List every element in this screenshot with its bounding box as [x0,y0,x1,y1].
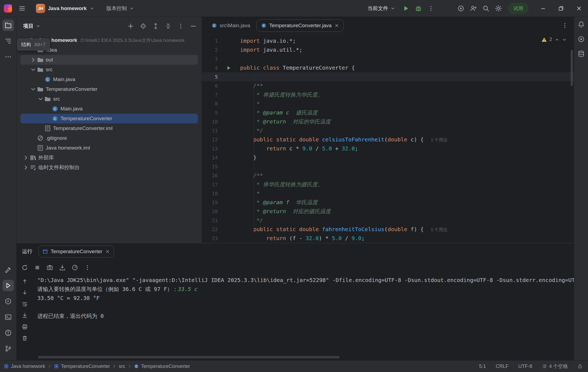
editor-tab-options-button[interactable] [559,19,571,32]
debug-button[interactable] [412,2,425,15]
tree-item[interactable]: out [20,55,198,65]
coverage-button[interactable] [69,262,80,273]
tree-item[interactable]: TemperatureConverter.iml [20,123,198,133]
tree-item[interactable]: CTemperatureConverter [20,114,198,123]
breadcrumb-item[interactable]: src [119,364,125,369]
restore-button[interactable] [552,0,570,17]
close-icon[interactable] [334,23,339,28]
code-line[interactable]: 4public class TemperatureConverter { [202,63,574,72]
build-tool-button[interactable] [2,264,14,275]
scroll-to-end-button[interactable] [20,311,30,320]
editor-tab[interactable]: CTemperatureConverter.java [256,19,344,32]
code-line[interactable]: 10 * @return 对应的华氏温度 [202,117,574,126]
run-tool-button[interactable] [2,280,14,291]
caret-position[interactable]: 5:1 [479,364,486,369]
inspections-widget[interactable]: 2 [541,37,567,42]
notifications-button[interactable] [576,19,587,30]
thread-dump-button[interactable] [44,262,55,273]
code-line[interactable]: 6 /** [202,81,574,90]
breadcrumb-item[interactable]: Java homework [4,364,45,369]
code-line[interactable]: 19 * @param f 华氏温度 [202,198,574,207]
ai-assistant-button[interactable] [455,2,467,15]
export-output-button[interactable] [57,262,68,273]
run-gutter-icon[interactable] [218,63,240,72]
code-line[interactable]: 14 } [202,153,574,162]
clear-console-button[interactable] [20,333,30,343]
tree-item[interactable]: CMain.java [20,75,198,84]
collapse-all-button[interactable] [163,21,173,31]
database-tool-button[interactable] [576,48,587,59]
search-everywhere-button[interactable] [480,2,492,15]
code-line[interactable]: 17 * 将华氏度转换为摄氏度。 [202,180,574,189]
tree-item[interactable]: TemperatureConverter [20,84,198,94]
indent-setting[interactable]: 4 个空格 [542,363,568,370]
more-tool-windows-button[interactable] [2,51,14,63]
locate-file-button[interactable] [138,21,148,31]
close-button[interactable] [570,0,588,17]
chevron-right-icon[interactable] [30,57,36,63]
file-lock[interactable] [578,364,583,369]
hide-panel-button[interactable] [188,21,198,31]
run-config-selector[interactable]: 当前文件 [364,5,399,12]
code-line[interactable]: 2import java.util.*; [202,45,574,54]
code-line[interactable]: 23 return (f - 32.0) * 5.0 / 9.0; [202,234,574,243]
code-line[interactable]: 5 [202,72,574,81]
line-separator[interactable]: CRLF [496,364,509,369]
breadcrumb-item[interactable]: CTemperatureConverter [134,364,190,369]
vcs-selector[interactable]: 版本控制 [103,4,137,13]
editor-tab[interactable]: Csrc\Main.java [207,19,255,32]
console-options-button[interactable] [82,262,93,273]
code-line[interactable]: 12 public static double celsiusToFahrenh… [202,135,574,144]
code-area[interactable]: 1import java.io.*;2import java.util.*;34… [202,36,574,243]
editor-scrollbar[interactable] [571,50,573,86]
structure-tool-button[interactable] [2,35,14,47]
rerun-button[interactable] [19,262,30,273]
soft-wrap-button[interactable] [20,299,30,309]
add-button[interactable] [125,21,136,31]
close-icon[interactable] [105,249,110,254]
code-line[interactable]: 18 * [202,189,574,198]
prev-occurrence-button[interactable] [20,276,30,286]
tree-item[interactable]: 临时文件和控制台 [20,163,198,172]
tree-item[interactable]: 外部库 [20,153,198,163]
panel-options-button[interactable] [176,21,186,31]
print-button[interactable] [20,322,30,332]
chevron-right-icon[interactable] [23,154,29,161]
main-menu-button[interactable] [16,2,28,15]
code-line[interactable]: 1import java.io.*; [202,36,574,45]
run-button[interactable] [400,2,412,15]
chevron-right-icon[interactable] [23,164,29,171]
project-selector[interactable]: JH Java homework [33,2,97,14]
expand-all-button[interactable] [151,21,161,31]
settings-button[interactable] [492,2,505,15]
more-run-actions-button[interactable] [425,2,437,15]
stop-button[interactable] [32,262,43,273]
code-line[interactable]: 3 [202,54,574,63]
tree-item[interactable]: Java homework.iml [20,143,198,153]
code-line[interactable]: 11 */ [202,126,574,135]
code-line[interactable]: 15 [202,162,574,171]
prev-problem-icon[interactable] [555,37,559,42]
ai-chat-tool-button[interactable] [576,34,587,45]
console-output[interactable]: "D:\Java JDK25\bin\java.exe" "-javaagent… [33,275,574,360]
chevron-down-icon[interactable] [30,86,36,92]
next-problem-icon[interactable] [562,37,567,42]
version-control-tool-button[interactable] [2,343,14,354]
code-line[interactable]: 7 * 将摄氏度转换为华氏度。 [202,90,574,99]
code-line[interactable]: 16 /** [202,171,574,180]
chevron-down-icon[interactable] [37,96,44,102]
chevron-down-icon[interactable] [30,66,36,73]
tree-item[interactable]: src [20,94,198,104]
next-occurrence-button[interactable] [20,288,30,297]
console-hscrollbar[interactable] [38,356,340,358]
problems-tool-button[interactable] [2,327,14,339]
breadcrumb-item[interactable]: TemperatureConverter [54,364,110,369]
project-tool-button[interactable] [2,20,14,31]
code-line[interactable]: 8 * [202,99,574,108]
trial-button[interactable]: 试用 [508,3,529,14]
file-encoding[interactable]: UTF-8 [518,364,532,369]
code-line[interactable]: 9 * @param c 摄氏温度 [202,108,574,117]
tree-item[interactable]: src [20,65,198,75]
minimize-button[interactable] [534,0,552,17]
project-view-selector[interactable]: 项目 [23,23,41,30]
